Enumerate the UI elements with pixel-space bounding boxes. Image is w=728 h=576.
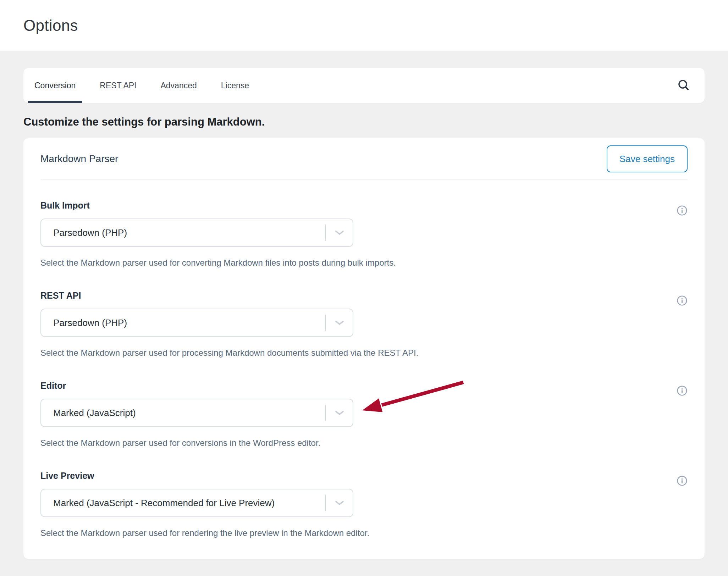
field-rest-api: REST API Parsedown (PHP) Select the Mark…: [40, 290, 688, 358]
info-icon[interactable]: [677, 475, 688, 486]
field-live-preview: Live Preview Marked (JavaScript - Recomm…: [40, 470, 688, 538]
tab-rest-api[interactable]: REST API: [93, 68, 143, 103]
tab-conversion[interactable]: Conversion: [28, 68, 82, 103]
rest-api-select[interactable]: Parsedown (PHP): [40, 309, 353, 337]
selected-value: Marked (JavaScript - Recommended for Liv…: [41, 498, 275, 509]
info-icon[interactable]: [677, 295, 688, 306]
page-title: Options: [23, 17, 78, 34]
select-divider: [325, 315, 326, 331]
chevron-down-icon: [335, 410, 344, 415]
field-description: Select the Markdown parser used for proc…: [40, 348, 688, 358]
tab-advanced[interactable]: Advanced: [154, 68, 203, 103]
info-icon[interactable]: [677, 205, 688, 216]
panel-title: Markdown Parser: [40, 153, 118, 165]
selected-value: Marked (JavaScript): [41, 408, 136, 419]
info-icon[interactable]: [677, 385, 688, 396]
selected-value: Parsedown (PHP): [41, 317, 127, 328]
field-editor: Editor Marked (JavaScript) Select the Ma…: [40, 380, 688, 448]
settings-panel: Markdown Parser Save settings Bulk Impor…: [23, 138, 705, 559]
field-description: Select the Markdown parser used for rend…: [40, 528, 688, 538]
bulk-import-select[interactable]: Parsedown (PHP): [40, 218, 353, 247]
field-bulk-import: Bulk Import Parsedown (PHP) Select the M…: [40, 200, 688, 268]
page-header: Options: [0, 0, 728, 51]
editor-select[interactable]: Marked (JavaScript): [40, 399, 353, 427]
tab-license[interactable]: License: [214, 68, 256, 103]
field-description: Select the Markdown parser used for conv…: [40, 257, 688, 268]
field-description: Select the Markdown parser used for conv…: [40, 438, 688, 448]
screen: Options Conversion REST API Advanced Lic…: [0, 0, 728, 576]
search-button[interactable]: [675, 77, 692, 94]
chevron-down-icon: [335, 500, 344, 505]
section-heading: Customize the settings for parsing Markd…: [23, 116, 705, 128]
field-label: Editor: [40, 380, 688, 391]
field-label: Bulk Import: [40, 200, 688, 211]
content-area: Conversion REST API Advanced License Cus…: [0, 51, 728, 559]
chevron-down-icon: [335, 320, 344, 325]
select-divider: [325, 225, 326, 241]
panel-header: Markdown Parser Save settings: [40, 138, 688, 180]
live-preview-select[interactable]: Marked (JavaScript - Recommended for Liv…: [40, 489, 353, 517]
select-divider: [325, 495, 326, 511]
select-divider: [325, 405, 326, 421]
selected-value: Parsedown (PHP): [41, 227, 127, 238]
save-settings-button[interactable]: Save settings: [607, 145, 688, 172]
tab-bar: Conversion REST API Advanced License: [23, 68, 705, 103]
field-label: Live Preview: [40, 470, 688, 481]
field-label: REST API: [40, 290, 688, 301]
chevron-down-icon: [335, 230, 344, 235]
search-icon: [677, 79, 690, 92]
